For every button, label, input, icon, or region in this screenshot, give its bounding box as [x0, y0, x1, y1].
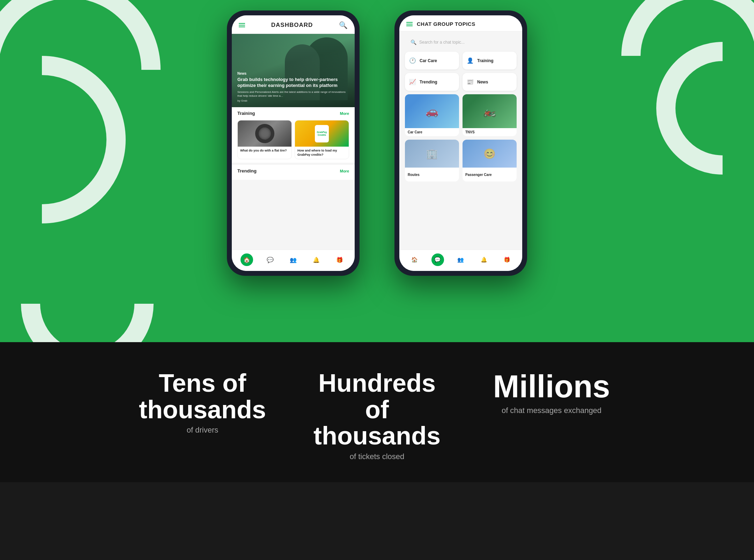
tnvs-photo-label: TNVS: [463, 128, 517, 136]
stat-block-drivers: Tens of thousands of drivers: [115, 370, 290, 435]
chat-nav-dashboard[interactable]: 🏠: [408, 253, 421, 266]
stat-number-messages: Millions: [478, 370, 625, 403]
photo-card-passenger-care-inner: 😊 Passenger Care: [463, 140, 517, 182]
flat-tire-text: What do you do with a flat tire?: [238, 147, 291, 155]
training-section-header: Training More: [232, 107, 355, 118]
stat-label-messages: of chat messages exchanged: [478, 406, 625, 415]
hero-text: News Grab builds technology to help driv…: [237, 72, 349, 102]
nav-chat[interactable]: 💬: [264, 253, 276, 266]
chat-header-title: CHAT GROUP TOPICS: [417, 21, 475, 27]
green-hero-section: DASHBOARD 🔍 News Gr: [0, 0, 754, 342]
grabpay-card-visual: GrabPay Credits: [315, 125, 329, 142]
grabpay-image: GrabPay Credits: [295, 120, 349, 147]
chat-phone-frame: CHAT GROUP TOPICS 🔍 Search for a chat to…: [394, 10, 527, 276]
training-icon: 👤: [467, 57, 474, 64]
nav-gift[interactable]: 🎁: [333, 253, 346, 266]
trending-section: Trending More: [232, 165, 355, 180]
hero-badge: News: [237, 72, 349, 75]
chat-nav-bell[interactable]: 🔔: [478, 253, 490, 266]
stat-block-tickets: Hundreds of thousands of tickets closed: [290, 370, 464, 461]
phones-container: DASHBOARD 🔍 News Gr: [0, 0, 754, 276]
stats-section: Tens of thousands of drivers Hundreds of…: [0, 342, 754, 482]
people-nav-icon: 👥: [287, 253, 300, 266]
car-care-label: Car Care: [420, 58, 437, 63]
trending-cards: [232, 176, 355, 178]
topic-buttons-grid: 🕐 Car Care 👤 Training 📈 Trending 📰: [399, 52, 522, 94]
photo-card-routes[interactable]: 🏢 Routes: [405, 140, 459, 182]
chat-header: CHAT GROUP TOPICS: [399, 15, 522, 31]
search-icon[interactable]: 🔍: [339, 21, 348, 29]
topic-btn-news[interactable]: 📰 News: [463, 73, 517, 91]
chat-phone: CHAT GROUP TOPICS 🔍 Search for a chat to…: [394, 10, 527, 276]
hero-description: Sessions and Personalized Alerts are the…: [237, 90, 349, 98]
dashboard-nav-icon: 🏠: [241, 253, 253, 266]
tnvs-photo-img: 🏍️: [463, 94, 517, 128]
photo-card-car-care-inner: 🚗 Car Care: [405, 94, 459, 136]
nav-bell[interactable]: 🔔: [310, 253, 323, 266]
dashboard-title: DASHBOARD: [271, 22, 313, 29]
bell-nav-icon: 🔔: [310, 253, 323, 266]
dashboard-phone: DASHBOARD 🔍 News Gr: [227, 10, 360, 276]
topic-btn-car-care[interactable]: 🕐 Car Care: [405, 52, 459, 69]
routes-photo-img: 🏢: [405, 140, 459, 168]
chat-hamburger-icon[interactable]: [406, 22, 413, 26]
training-card-flat-tire[interactable]: What do you do with a flat tire?: [237, 120, 292, 159]
training-cards: What do you do with a flat tire? GrabPay…: [232, 118, 355, 163]
chat-nav-people[interactable]: 👥: [454, 253, 467, 266]
trending-section-header: Trending More: [232, 165, 355, 176]
topic-btn-trending[interactable]: 📈 Trending: [405, 73, 459, 91]
car-care-photo-label: Car Care: [405, 128, 459, 136]
chat-search-placeholder: Search for a chat topic...: [419, 40, 465, 45]
training-label: Training: [477, 58, 494, 63]
news-label: News: [477, 80, 488, 84]
gift-nav-icon: 🎁: [333, 253, 346, 266]
nav-dashboard[interactable]: 🏠: [241, 253, 253, 266]
trending-more-button[interactable]: More: [340, 169, 349, 173]
stat-label-tickets: of tickets closed: [304, 452, 450, 461]
training-card-grabpay[interactable]: GrabPay Credits How and where to load my…: [295, 120, 349, 159]
passenger-care-photo-img: 😊: [463, 140, 517, 168]
dashboard-header: DASHBOARD 🔍: [232, 15, 355, 34]
tire-icon: [255, 124, 274, 143]
photo-topics-grid: 🚗 Car Care 🏍️ TNVS: [399, 94, 522, 185]
training-more-button[interactable]: More: [340, 111, 349, 116]
passenger-care-photo-label: Passenger Care: [463, 168, 517, 182]
news-icon: 📰: [467, 79, 474, 85]
car-care-icon: 🕐: [409, 57, 416, 64]
training-title: Training: [237, 111, 255, 116]
car-care-photo-img: 🚗: [405, 94, 459, 128]
chat-phone-screen: CHAT GROUP TOPICS 🔍 Search for a chat to…: [399, 15, 522, 271]
chat-nav-gift[interactable]: 🎁: [501, 253, 513, 266]
topic-btn-training[interactable]: 👤 Training: [463, 52, 517, 69]
hamburger-icon[interactable]: [239, 23, 245, 27]
flat-tire-image: [238, 120, 291, 147]
trending-icon: 📈: [409, 79, 416, 85]
trending-title: Trending: [237, 168, 257, 174]
chat-search-icon: 🔍: [411, 39, 416, 45]
dashboard-phone-screen: DASHBOARD 🔍 News Gr: [232, 15, 355, 271]
chat-nav-icon: 💬: [264, 253, 276, 266]
dashboard-bottom-nav: 🏠 💬 👥 🔔 🎁: [232, 250, 355, 271]
hero-image: News Grab builds technology to help driv…: [232, 34, 355, 107]
grabpay-text: How and where to load my GrabPay credits…: [295, 147, 349, 159]
stat-label-drivers: of drivers: [129, 426, 276, 435]
hero-title: Grab builds technology to help driver-pa…: [237, 77, 349, 89]
photo-card-tnvs[interactable]: 🏍️ TNVS: [463, 94, 517, 136]
nav-people[interactable]: 👥: [287, 253, 300, 266]
photo-card-passenger-care[interactable]: 😊 Passenger Care: [463, 140, 517, 182]
hero-byline: by Grab: [237, 99, 349, 102]
chat-search-bar[interactable]: 🔍 Search for a chat topic...: [405, 36, 517, 48]
chat-bottom-nav: 🏠 💬 👥 🔔 🎁: [399, 250, 522, 271]
stat-number-tickets: Hundreds of thousands: [304, 370, 450, 449]
routes-photo-label: Routes: [405, 168, 459, 182]
photo-card-tnvs-inner: 🏍️ TNVS: [463, 94, 517, 136]
photo-card-car-care[interactable]: 🚗 Car Care: [405, 94, 459, 136]
trending-label: Trending: [420, 80, 437, 84]
stat-number-drivers: Tens of thousands: [129, 370, 276, 423]
chat-nav-chat-active[interactable]: 💬: [431, 253, 444, 266]
stat-block-messages: Millions of chat messages exchanged: [464, 370, 639, 415]
dashboard-content: News Grab builds technology to help driv…: [232, 34, 355, 250]
photo-card-routes-inner: 🏢 Routes: [405, 140, 459, 182]
dashboard-phone-frame: DASHBOARD 🔍 News Gr: [227, 10, 360, 276]
